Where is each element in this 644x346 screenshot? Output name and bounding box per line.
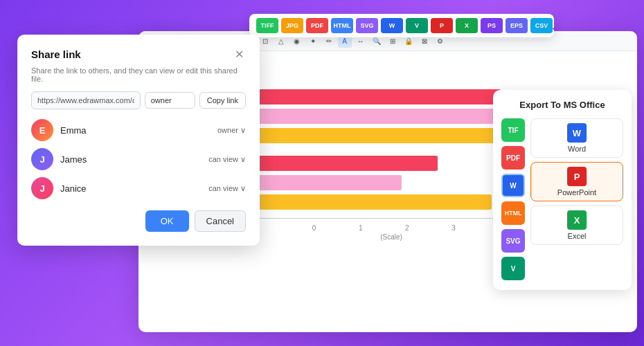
user-row-emma: E Emma owner ∨ (31, 119, 246, 141)
format-toolbar: TIFF JPG PDF HTML SVG W V P X PS EPS CSV (249, 14, 554, 37)
export-svg-side-icon[interactable]: SVG (501, 229, 525, 253)
ppt-icon: P (567, 167, 587, 186)
avatar-james: J (31, 148, 53, 170)
export-pdf-side-icon[interactable]: PDF (501, 146, 525, 170)
export-panel-title: Export To MS Office (501, 100, 623, 110)
bar-a3 (222, 128, 537, 143)
tiff-icon[interactable]: TIFF (256, 18, 278, 33)
word-format-icon[interactable]: W (381, 18, 403, 33)
export-options: W Word P PowerPoint X Excel (530, 118, 623, 280)
user-name-janice: Janice (60, 183, 202, 194)
jpg-icon[interactable]: JPG (281, 18, 303, 33)
export-excel-option[interactable]: X Excel (530, 206, 623, 245)
export-word-side-icon[interactable]: W (501, 174, 525, 197)
user-name-emma: Emma (60, 125, 211, 136)
share-dialog: Share link ✕ Share the link to others, a… (17, 35, 260, 246)
bar-b3 (222, 194, 492, 210)
axis-2: 2 (384, 224, 430, 232)
svg-icon[interactable]: SVG (356, 18, 378, 33)
user-name-james: James (60, 154, 202, 165)
user-role-james[interactable]: can view ∨ (208, 155, 246, 164)
dialog-description: Share the link to others, and they can v… (31, 66, 246, 83)
dialog-header: Share link ✕ (31, 47, 246, 61)
export-layout: TIF PDF W HTML SVG V W Word P PowerPoint… (501, 118, 623, 280)
avatar-emma: E (31, 119, 53, 141)
export-sidebar: TIF PDF W HTML SVG V (501, 118, 525, 280)
dialog-title: Share link (31, 48, 81, 60)
export-panel: Export To MS Office TIF PDF W HTML SVG V… (493, 90, 632, 290)
eps-icon[interactable]: EPS (506, 18, 528, 33)
link-input[interactable] (31, 91, 141, 109)
export-ppt-option[interactable]: P PowerPoint (530, 162, 623, 201)
axis-3: 3 (430, 224, 476, 232)
avatar-janice: J (31, 177, 53, 199)
ps-icon[interactable]: PS (481, 18, 503, 33)
user-row-james: J James can view ∨ (31, 148, 246, 170)
export-tif-icon[interactable]: TIF (501, 118, 525, 142)
cancel-button[interactable]: Cancel (195, 210, 246, 232)
excel-format-icon[interactable]: X (456, 18, 478, 33)
ppt-format-icon[interactable]: P (431, 18, 453, 33)
export-word-option[interactable]: W Word (530, 118, 623, 158)
export-html-side-icon[interactable]: HTML (501, 201, 525, 225)
pdf-icon[interactable]: PDF (306, 18, 328, 33)
user-role-emma[interactable]: owner ∨ (217, 126, 246, 135)
bar-a1 (222, 89, 501, 104)
visio-icon[interactable]: V (406, 18, 428, 33)
ppt-label: PowerPoint (557, 188, 596, 197)
excel-icon: X (567, 210, 587, 230)
copy-link-button[interactable]: Copy link (199, 92, 246, 109)
link-row: owner can view can edit Copy link (31, 91, 246, 109)
user-role-janice[interactable]: can view ∨ (208, 184, 246, 193)
close-button[interactable]: ✕ (232, 47, 246, 61)
axis-0: 0 (291, 224, 337, 232)
dialog-actions: OK Cancel (31, 210, 246, 232)
axis-1: 1 (337, 224, 384, 232)
excel-label: Excel (568, 232, 587, 240)
export-v-side-icon[interactable]: V (501, 257, 525, 280)
arrow-indicator: ← (550, 21, 562, 36)
user-row-janice: J Janice can view ∨ (31, 177, 246, 199)
user-list: E Emma owner ∨ J James can view ∨ J Jani… (31, 119, 246, 199)
word-label: Word (568, 145, 586, 153)
role-select[interactable]: owner can view can edit (145, 92, 195, 109)
html-icon[interactable]: HTML (331, 18, 353, 33)
ok-button[interactable]: OK (145, 210, 189, 232)
word-icon: W (567, 123, 587, 143)
